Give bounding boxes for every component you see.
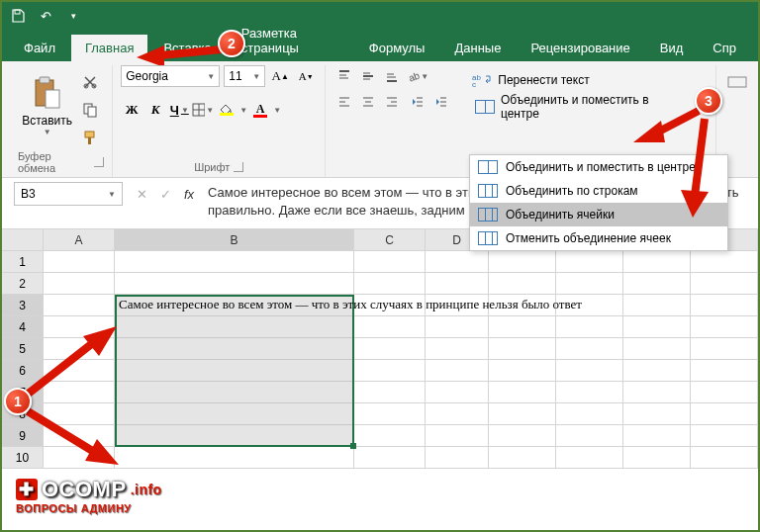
- tab-insert[interactable]: Вставка: [149, 35, 225, 61]
- cell[interactable]: [489, 273, 556, 295]
- font-size-combo[interactable]: 11▼: [224, 65, 265, 87]
- cell[interactable]: [44, 316, 115, 338]
- row-header[interactable]: 5: [2, 338, 44, 360]
- fill-color-dd[interactable]: ▼: [239, 106, 247, 115]
- cell[interactable]: [623, 425, 691, 447]
- align-left-icon[interactable]: [333, 91, 355, 113]
- tab-home[interactable]: Главная: [71, 35, 147, 61]
- tab-review[interactable]: Рецензирование: [517, 35, 643, 61]
- cell[interactable]: [354, 251, 426, 273]
- cell[interactable]: [426, 447, 489, 469]
- cell[interactable]: [691, 382, 758, 403]
- col-header[interactable]: B: [115, 229, 354, 250]
- cell[interactable]: [44, 360, 115, 382]
- font-name-combo[interactable]: Georgia▼: [121, 65, 220, 87]
- cell[interactable]: [44, 403, 115, 425]
- cell[interactable]: [691, 425, 758, 447]
- cell[interactable]: [115, 251, 354, 273]
- dd-merge-center[interactable]: Объединить и поместить в центре: [470, 155, 727, 179]
- cell[interactable]: [489, 251, 556, 273]
- tab-file[interactable]: Файл: [10, 35, 69, 61]
- cell[interactable]: [44, 382, 115, 403]
- cell[interactable]: [691, 403, 758, 425]
- cell[interactable]: [691, 251, 758, 273]
- cell[interactable]: [426, 360, 489, 382]
- cell[interactable]: [691, 338, 758, 360]
- font-dialog-launcher[interactable]: [234, 162, 243, 172]
- cell[interactable]: [426, 403, 489, 425]
- dd-merge-across[interactable]: Объединить по строкам: [470, 179, 727, 203]
- align-bottom-icon[interactable]: [381, 65, 403, 87]
- cell[interactable]: [623, 360, 691, 382]
- decrease-indent-icon[interactable]: [407, 91, 428, 113]
- col-header[interactable]: A: [44, 229, 115, 250]
- row-header[interactable]: 4: [2, 316, 44, 338]
- cell[interactable]: [426, 382, 489, 403]
- tab-help[interactable]: Спр: [699, 35, 750, 61]
- select-all-corner[interactable]: [2, 229, 44, 250]
- cell[interactable]: [354, 447, 426, 469]
- cell[interactable]: [556, 316, 623, 338]
- cell[interactable]: [44, 295, 115, 316]
- fill-handle[interactable]: [350, 443, 356, 449]
- name-box[interactable]: B3▼: [14, 182, 123, 206]
- number-format-icon[interactable]: [724, 71, 750, 93]
- wrap-text-button[interactable]: abc Перенести текст: [468, 69, 708, 91]
- qat-more-icon[interactable]: ▾: [65, 8, 81, 24]
- cell[interactable]: [489, 316, 556, 338]
- tab-layout[interactable]: Разметка страницы: [228, 20, 353, 61]
- align-middle-icon[interactable]: [357, 65, 379, 87]
- cell[interactable]: [44, 251, 115, 273]
- fx-icon[interactable]: fx: [178, 183, 200, 205]
- copy-icon[interactable]: [79, 99, 101, 121]
- cell[interactable]: [556, 251, 623, 273]
- clipboard-dialog-launcher[interactable]: [94, 157, 104, 167]
- row-header[interactable]: 9: [2, 425, 44, 447]
- underline-button[interactable]: Ч▼: [168, 99, 190, 121]
- cell[interactable]: [691, 447, 758, 469]
- cell[interactable]: [115, 273, 354, 295]
- cell[interactable]: [556, 360, 623, 382]
- row-header[interactable]: 2: [2, 273, 44, 295]
- shrink-font-icon[interactable]: A▼: [295, 65, 317, 87]
- cell[interactable]: [556, 338, 623, 360]
- cell[interactable]: [354, 273, 426, 295]
- cell[interactable]: [354, 338, 426, 360]
- borders-icon[interactable]: ▼: [192, 99, 214, 121]
- align-top-icon[interactable]: [333, 65, 355, 87]
- cell[interactable]: [623, 338, 691, 360]
- accept-edit-icon[interactable]: ✓: [154, 183, 176, 205]
- cut-icon[interactable]: [79, 71, 101, 93]
- tab-formulas[interactable]: Формулы: [355, 35, 439, 61]
- italic-button[interactable]: К: [144, 99, 166, 121]
- dd-unmerge[interactable]: Отменить объединение ячеек: [470, 226, 727, 250]
- cell[interactable]: [623, 382, 691, 403]
- tab-view[interactable]: Вид: [646, 35, 698, 61]
- cell[interactable]: [354, 403, 426, 425]
- cell[interactable]: [44, 425, 115, 447]
- merge-center-button[interactable]: Объединить и поместить в центре: [468, 95, 694, 119]
- save-icon[interactable]: [10, 8, 26, 24]
- cell[interactable]: [489, 360, 556, 382]
- cell[interactable]: [691, 295, 758, 316]
- row-header[interactable]: 1: [2, 251, 44, 273]
- cell[interactable]: [556, 403, 623, 425]
- tab-data[interactable]: Данные: [440, 35, 515, 61]
- cell[interactable]: [556, 425, 623, 447]
- cell[interactable]: [623, 251, 691, 273]
- cell[interactable]: [623, 295, 691, 316]
- format-painter-icon[interactable]: [79, 127, 101, 148]
- dd-merge-cells[interactable]: Объединить ячейки: [470, 203, 727, 226]
- cell[interactable]: [354, 382, 426, 403]
- cell[interactable]: [691, 316, 758, 338]
- cell[interactable]: [489, 447, 556, 469]
- fill-color-icon[interactable]: [216, 99, 238, 121]
- row-header[interactable]: 6: [2, 360, 44, 382]
- font-color-icon[interactable]: A: [249, 99, 271, 121]
- orientation-icon[interactable]: ab▼: [407, 65, 428, 87]
- cell[interactable]: [426, 251, 489, 273]
- cell[interactable]: [354, 425, 426, 447]
- cell[interactable]: [44, 273, 115, 295]
- cell[interactable]: [426, 273, 489, 295]
- cell[interactable]: [489, 382, 556, 403]
